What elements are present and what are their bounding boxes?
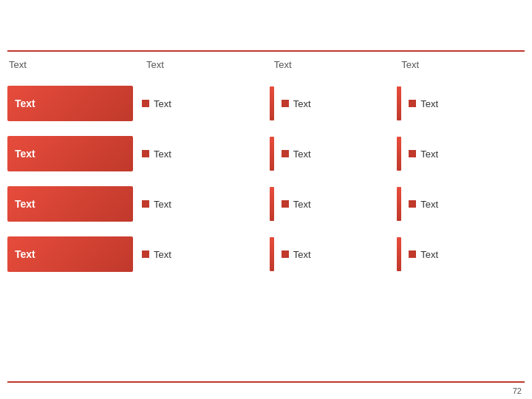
row4-col4: Text (397, 237, 525, 271)
bullet-icon (282, 150, 289, 157)
row3-col3: Text (270, 187, 398, 221)
row2-col4: Text (397, 137, 525, 171)
vbar-icon (397, 237, 401, 271)
bullet-icon (142, 200, 149, 208)
row2-col2-text: Text (154, 149, 171, 160)
row4-bar: Text (7, 236, 133, 272)
row4-col3-text: Text (293, 249, 311, 260)
row1-col1-text: Text (15, 98, 35, 109)
row1-col2-text: Text (154, 98, 171, 109)
bullet-icon (282, 250, 289, 258)
vbar-icon (270, 237, 274, 271)
row4-col2-text: Text (154, 249, 171, 260)
row3-col4: Text (397, 187, 525, 221)
bullet-icon (409, 200, 416, 208)
table-row: Text Text Text Text (7, 135, 525, 172)
row2-col3: Text (270, 137, 398, 171)
row1-bar: Text (7, 86, 133, 121)
header-col3-label: Text (274, 59, 292, 70)
row2-col4-text: Text (420, 149, 438, 160)
row4-col4-text: Text (420, 249, 438, 260)
row3-bar: Text (7, 186, 133, 222)
bullet-icon (142, 250, 149, 258)
row1-col4: Text (397, 86, 525, 120)
row1-col2: Text (142, 98, 270, 109)
vbar-icon (397, 187, 401, 221)
table-row: Text Text Text Text (7, 85, 525, 122)
row2-col1-text: Text (15, 148, 35, 160)
bullet-icon (409, 100, 416, 107)
row3-col1-text: Text (15, 198, 35, 210)
header-col4: Text (397, 59, 525, 70)
bullet-icon (142, 150, 149, 157)
table-row: Text Text Text Text (7, 236, 525, 273)
header-col4-label: Text (401, 59, 419, 70)
header-row: Text Text Text Text (7, 59, 525, 70)
row4-col3: Text (270, 237, 398, 271)
header-col3: Text (270, 59, 398, 70)
vbar-icon (397, 86, 401, 120)
row1-col3-text: Text (293, 98, 311, 109)
bullet-icon (282, 100, 289, 107)
header-col2: Text (142, 59, 270, 70)
data-rows: Text Text Text Text Text (7, 85, 525, 286)
row4-col1-text: Text (15, 248, 35, 260)
row3-col2: Text (142, 199, 270, 210)
row2-col3-text: Text (293, 149, 311, 160)
row2-bar: Text (7, 136, 133, 171)
vbar-icon (270, 187, 274, 221)
bullet-icon (409, 150, 416, 157)
row3-col2-text: Text (154, 199, 171, 210)
vbar-icon (397, 137, 401, 171)
row2-col2: Text (142, 149, 270, 160)
header-col2-label: Text (146, 59, 164, 70)
page-number: 72 (513, 386, 522, 395)
bullet-icon (142, 100, 149, 107)
row1-col3: Text (270, 86, 398, 120)
header-col1-label: Text (9, 59, 27, 70)
row4-col2: Text (142, 249, 270, 260)
vbar-icon (270, 137, 274, 171)
table-row: Text Text Text Text (7, 185, 525, 222)
row1-col4-text: Text (420, 98, 438, 109)
bottom-line (7, 381, 525, 383)
row3-col3-text: Text (293, 199, 311, 210)
page-wrapper: Text Text Text Text Text Text Text (0, 0, 532, 399)
top-line (7, 50, 525, 52)
bullet-icon (409, 250, 416, 258)
vbar-icon (270, 86, 274, 120)
header-col1: Text (7, 59, 142, 70)
row3-col4-text: Text (420, 199, 438, 210)
bullet-icon (282, 200, 289, 208)
